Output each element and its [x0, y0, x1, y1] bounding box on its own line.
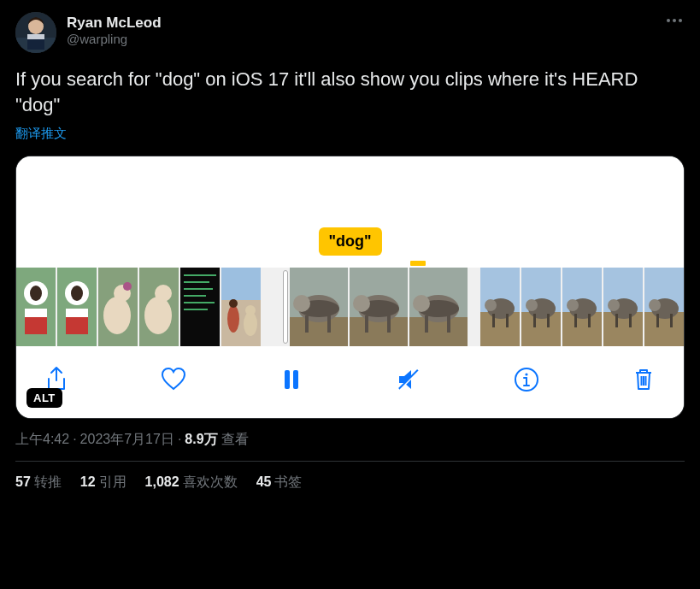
info-icon[interactable] — [512, 365, 541, 394]
svg-point-68 — [526, 299, 538, 311]
svg-rect-70 — [547, 314, 550, 327]
user-names: Ryan McLeod @warpling — [67, 12, 162, 48]
clip-thumbnail — [603, 268, 643, 346]
tweet-stats: 57转推 12引用 1,082喜欢次数 45书签 — [15, 462, 685, 492]
svg-rect-13 — [57, 268, 97, 346]
svg-point-7 — [679, 19, 682, 22]
timeline-gap — [468, 268, 480, 346]
svg-point-23 — [144, 297, 172, 334]
clip-thumbnail — [180, 268, 220, 346]
avatar[interactable] — [15, 12, 56, 53]
svg-rect-17 — [66, 309, 88, 317]
quotes-stat[interactable]: 12引用 — [80, 474, 126, 492]
svg-rect-64 — [506, 314, 509, 327]
svg-point-34 — [227, 305, 239, 333]
translate-link[interactable]: 翻译推文 — [15, 126, 685, 142]
svg-rect-58 — [447, 315, 450, 333]
clip-group-1 — [16, 268, 261, 346]
clip-thumbnail — [350, 268, 408, 346]
svg-point-5 — [667, 19, 670, 22]
svg-rect-81 — [615, 314, 618, 327]
media-whitespace: "dog" — [16, 156, 684, 268]
svg-point-21 — [123, 282, 132, 291]
views-count: 8.9万 — [185, 432, 217, 446]
search-tag: "dog" — [318, 227, 381, 256]
svg-point-74 — [567, 299, 579, 311]
clip-thumbnail — [57, 268, 97, 346]
svg-rect-57 — [425, 315, 428, 333]
clip-thumbnail — [480, 268, 520, 346]
user-handle[interactable]: @warpling — [67, 32, 162, 48]
media-inner: "dog" — [16, 156, 684, 418]
svg-point-15 — [71, 286, 83, 301]
svg-rect-69 — [533, 314, 536, 327]
svg-rect-75 — [574, 314, 577, 327]
clip-thumbnail — [139, 268, 179, 346]
svg-rect-27 — [184, 281, 209, 283]
retweets-stat[interactable]: 57转推 — [15, 474, 62, 492]
clip-thumbnail — [409, 268, 468, 346]
timeline-gap — [261, 268, 283, 346]
tweet-date[interactable]: 2023年7月17日 — [80, 432, 174, 446]
svg-rect-25 — [180, 268, 220, 346]
svg-rect-8 — [16, 268, 56, 346]
svg-rect-30 — [184, 302, 215, 303]
likes-stat[interactable]: 1,082喜欢次数 — [145, 474, 238, 492]
svg-rect-89 — [285, 370, 290, 389]
svg-rect-88 — [670, 314, 673, 327]
svg-point-37 — [245, 305, 256, 315]
pause-icon[interactable] — [277, 365, 306, 394]
svg-rect-28 — [184, 288, 213, 290]
mute-icon[interactable] — [394, 365, 423, 394]
tweet-container: Ryan McLeod @warpling If you search for … — [0, 0, 700, 500]
svg-rect-12 — [25, 309, 47, 317]
clip-thumbnail — [221, 268, 261, 346]
svg-point-42 — [293, 295, 310, 312]
svg-rect-44 — [327, 315, 331, 333]
tweet-meta: 上午4:42·2023年7月17日·8.9万 查看 — [15, 431, 685, 449]
svg-rect-82 — [629, 314, 632, 327]
svg-rect-76 — [588, 314, 591, 327]
alt-badge[interactable]: ALT — [26, 388, 62, 408]
clip-thumbnail — [644, 268, 684, 346]
tweet-time[interactable]: 上午4:42 — [15, 432, 69, 446]
clip-thumbnail — [16, 268, 56, 346]
svg-point-6 — [673, 19, 676, 22]
clip-thumbnail — [98, 268, 138, 346]
svg-point-80 — [608, 299, 620, 311]
svg-rect-87 — [656, 314, 659, 327]
more-button[interactable] — [664, 10, 685, 34]
views-label[interactable]: 查看 — [221, 432, 249, 446]
svg-point-49 — [353, 295, 370, 312]
svg-rect-4 — [27, 34, 44, 39]
svg-rect-51 — [387, 315, 391, 333]
trash-icon[interactable] — [629, 365, 658, 394]
svg-point-56 — [413, 295, 430, 312]
video-timeline[interactable] — [16, 268, 684, 346]
display-name[interactable]: Ryan McLeod — [67, 14, 162, 32]
svg-point-10 — [30, 286, 42, 301]
svg-point-62 — [485, 299, 497, 311]
clip-thumbnail — [290, 268, 348, 346]
svg-rect-33 — [221, 268, 261, 300]
svg-point-86 — [649, 299, 661, 311]
svg-point-19 — [103, 297, 131, 334]
tag-tick — [410, 261, 426, 266]
clip-group-3 — [480, 268, 684, 346]
media-toolbar — [16, 346, 684, 418]
svg-rect-26 — [184, 274, 216, 276]
playhead[interactable] — [283, 270, 288, 344]
svg-rect-43 — [305, 315, 309, 333]
heart-icon[interactable] — [159, 365, 188, 394]
clip-thumbnail — [562, 268, 602, 346]
svg-rect-63 — [492, 314, 495, 327]
svg-point-24 — [155, 285, 172, 302]
clip-thumbnail — [521, 268, 561, 346]
tweet-text: If you search for "dog" on iOS 17 it'll … — [15, 67, 685, 117]
media-card[interactable]: "dog" — [15, 156, 685, 419]
clip-group-2 — [283, 268, 468, 346]
svg-point-35 — [229, 299, 238, 308]
bookmarks-stat[interactable]: 45书签 — [256, 474, 303, 492]
svg-rect-90 — [293, 370, 298, 389]
svg-rect-31 — [184, 309, 208, 310]
